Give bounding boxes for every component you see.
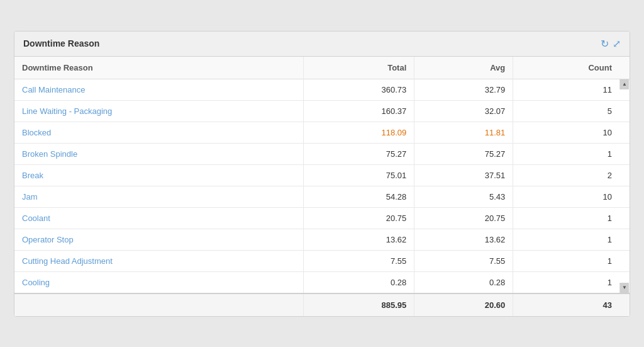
cell-reason: Call Maintenance — [14, 79, 303, 100]
cell-reason: Blocked — [14, 122, 303, 143]
cell-avg: 0.28 — [414, 271, 513, 293]
footer-scrollbar-spacer — [619, 293, 630, 316]
col-header-total: Total — [303, 57, 414, 79]
cell-count: 10 — [513, 186, 619, 207]
cell-count: 1 — [513, 250, 619, 271]
table-row: Operator Stop13.6213.621 — [14, 229, 630, 250]
table-row: Broken Spindle75.2775.271 — [14, 143, 630, 164]
table-row: Line Waiting - Packaging160.3732.075 — [14, 100, 630, 122]
cell-avg: 32.07 — [414, 100, 513, 122]
cell-total: 0.28 — [303, 271, 414, 293]
cell-total: 75.01 — [303, 164, 414, 186]
scroll-down-button[interactable]: ▼ — [620, 283, 629, 293]
footer-avg: 20.60 — [414, 293, 513, 316]
cell-reason: Cutting Head Adjustment — [14, 250, 303, 271]
table-header: Downtime Reason Total Avg Count — [14, 57, 630, 79]
downtime-reason-widget: Downtime Reason ↻ ⤢ Downtime Reason Tota… — [14, 31, 630, 317]
cell-reason: Broken Spindle — [14, 143, 303, 164]
cell-avg: 20.75 — [414, 207, 513, 229]
cell-avg: 32.79 — [414, 79, 513, 100]
table-container: Downtime Reason Total Avg Count Call Mai… — [14, 57, 630, 316]
scrollbar-header-spacer — [619, 57, 630, 79]
scrollbar-cell — [619, 250, 630, 271]
scroll-track[interactable]: ▲ — [619, 79, 628, 89]
cell-count: 11 — [513, 79, 619, 100]
cell-count: 2 — [513, 164, 619, 186]
table-row: Break75.0137.512 — [14, 164, 630, 186]
cell-count: 1 — [513, 143, 619, 164]
table-row: Jam54.285.4310 — [14, 186, 630, 207]
cell-count: 5 — [513, 100, 619, 122]
table-footer: 885.95 20.60 43 — [14, 293, 630, 316]
cell-total: 7.55 — [303, 250, 414, 271]
col-header-reason: Downtime Reason — [14, 57, 303, 79]
cell-avg: 75.27 — [414, 143, 513, 164]
scrollbar-cell — [619, 186, 630, 207]
widget-title: Downtime Reason — [23, 38, 99, 48]
cell-total: 54.28 — [303, 186, 414, 207]
cell-reason: Jam — [14, 186, 303, 207]
table-body: Call Maintenance360.7332.7911▲Line Waiti… — [14, 79, 630, 293]
cell-avg: 11.81 — [414, 122, 513, 143]
table-row: Blocked118.0911.8110 — [14, 122, 630, 143]
cell-count: 10 — [513, 122, 619, 143]
cell-reason: Operator Stop — [14, 229, 303, 250]
downtime-table: Downtime Reason Total Avg Count Call Mai… — [14, 57, 630, 316]
table-row: Call Maintenance360.7332.7911▲ — [14, 79, 630, 100]
cell-reason: Break — [14, 164, 303, 186]
table-row: Cutting Head Adjustment7.557.551 — [14, 250, 630, 271]
expand-icon[interactable]: ⤢ — [613, 38, 621, 50]
table-row: Cooling0.280.281▼ — [14, 271, 630, 293]
cell-avg: 13.62 — [414, 229, 513, 250]
cell-total: 360.73 — [303, 79, 414, 100]
scroll-up-button[interactable]: ▲ — [620, 79, 629, 89]
header-icons: ↻ ⤢ — [601, 38, 621, 50]
cell-avg: 5.43 — [414, 186, 513, 207]
refresh-icon[interactable]: ↻ — [601, 38, 609, 50]
footer-total: 885.95 — [303, 293, 414, 316]
cell-avg: 7.55 — [414, 250, 513, 271]
col-header-avg: Avg — [414, 57, 513, 79]
col-header-count: Count — [513, 57, 619, 79]
cell-avg: 37.51 — [414, 164, 513, 186]
scrollbar-cell — [619, 143, 630, 164]
scrollbar-cell — [619, 122, 630, 143]
cell-count: 1 — [513, 207, 619, 229]
cell-reason: Cooling — [14, 271, 303, 293]
scrollbar-cell: ▲ — [619, 79, 630, 100]
footer-count: 43 — [513, 293, 619, 316]
cell-total: 160.37 — [303, 100, 414, 122]
cell-count: 1 — [513, 271, 619, 293]
scrollbar-cell — [619, 164, 630, 186]
footer-label — [14, 293, 303, 316]
cell-reason: Line Waiting - Packaging — [14, 100, 303, 122]
scrollbar-cell: ▼ — [619, 271, 630, 293]
widget-header: Downtime Reason ↻ ⤢ — [14, 31, 630, 57]
scrollbar-cell — [619, 229, 630, 250]
cell-count: 1 — [513, 229, 619, 250]
cell-total: 13.62 — [303, 229, 414, 250]
table-row: Coolant20.7520.751 — [14, 207, 630, 229]
scrollbar-cell — [619, 100, 630, 122]
cell-total: 75.27 — [303, 143, 414, 164]
cell-total: 20.75 — [303, 207, 414, 229]
cell-reason: Coolant — [14, 207, 303, 229]
scrollbar-cell — [619, 207, 630, 229]
scroll-track-bottom[interactable]: ▼ — [619, 283, 628, 293]
cell-total: 118.09 — [303, 122, 414, 143]
